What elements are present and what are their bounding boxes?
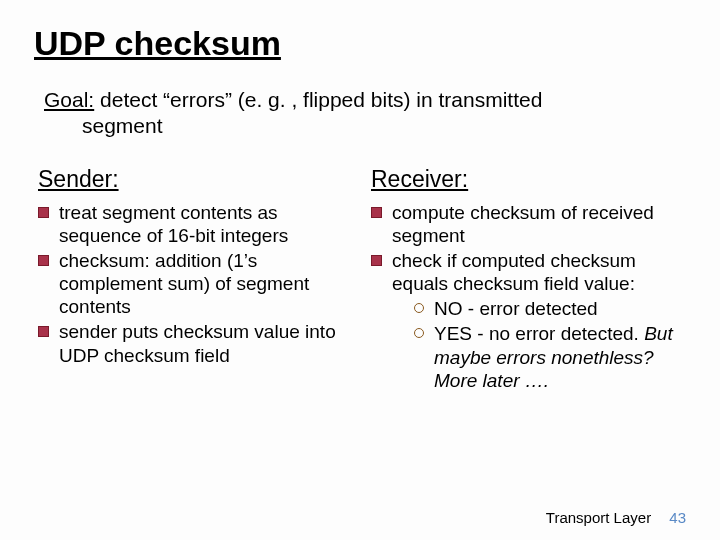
square-bullet-icon xyxy=(38,255,49,266)
item-text: compute checksum of received segment xyxy=(392,201,686,247)
goal-line2: segment xyxy=(44,113,686,139)
sender-heading: Sender: xyxy=(38,166,353,193)
slide-footer: Transport Layer 43 xyxy=(546,509,686,526)
list-item: treat segment contents as sequence of 16… xyxy=(38,201,353,247)
sub-text: NO - error detected xyxy=(434,297,598,320)
goal-text: Goal: detect “errors” (e. g. , flipped b… xyxy=(34,87,686,140)
item-text: checksum: addition (1’s complement sum) … xyxy=(59,249,353,319)
square-bullet-icon xyxy=(38,326,49,337)
list-item: check if computed checksum equals checks… xyxy=(371,249,686,392)
sub-item: YES - no error detected. But maybe error… xyxy=(392,322,686,392)
goal-line1: detect “errors” (e. g. , flipped bits) i… xyxy=(94,88,542,111)
item-text: check if computed checksum equals checks… xyxy=(392,250,636,294)
goal-label: Goal: xyxy=(44,88,94,111)
list-item: sender puts checksum value into UDP chec… xyxy=(38,320,353,366)
sender-column: Sender: treat segment contents as sequen… xyxy=(38,166,353,394)
circle-bullet-icon xyxy=(414,303,424,313)
list-item: compute checksum of received segment xyxy=(371,201,686,247)
list-item: checksum: addition (1’s complement sum) … xyxy=(38,249,353,319)
item-text: treat segment contents as sequence of 16… xyxy=(59,201,353,247)
two-column-layout: Sender: treat segment contents as sequen… xyxy=(34,166,686,394)
item-body: check if computed checksum equals checks… xyxy=(392,249,686,392)
square-bullet-icon xyxy=(371,207,382,218)
sub-text: YES - no error detected. But maybe error… xyxy=(434,322,686,392)
receiver-list: compute checksum of received segment che… xyxy=(371,201,686,392)
slide-title: UDP checksum xyxy=(34,24,686,63)
page-number: 43 xyxy=(669,509,686,526)
receiver-column: Receiver: compute checksum of received s… xyxy=(371,166,686,394)
square-bullet-icon xyxy=(371,255,382,266)
footer-label: Transport Layer xyxy=(546,509,651,526)
sub-item: NO - error detected xyxy=(392,297,686,320)
receiver-heading: Receiver: xyxy=(371,166,686,193)
item-text: sender puts checksum value into UDP chec… xyxy=(59,320,353,366)
sender-list: treat segment contents as sequence of 16… xyxy=(38,201,353,367)
sub-text-prefix: YES - no error detected. xyxy=(434,323,644,344)
square-bullet-icon xyxy=(38,207,49,218)
circle-bullet-icon xyxy=(414,328,424,338)
